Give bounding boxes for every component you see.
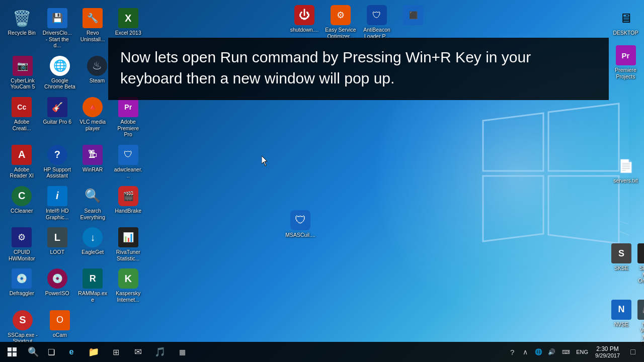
desktop-icon-desktop-shortcut[interactable]: 🖥 DESKTOP [609, 5, 642, 40]
desktop-icon-antibeacon[interactable]: 🛡 AntiBeacon Loader P... [359, 3, 394, 41]
desktop-icon-premiere-projects[interactable]: Pr Premiere Projects [609, 42, 642, 81]
taskbar-search-button[interactable]: 🔍 [24, 342, 42, 362]
app-icon: ▦ [179, 348, 186, 356]
label-intel-hd: Intel® HD Graphic... [43, 208, 72, 220]
label-adobe-creati: Adobe Creati... [7, 119, 37, 131]
desktop: Now lets open Run command by Pressing Wi… [0, 0, 644, 362]
notification-center-button[interactable]: □ [625, 342, 641, 362]
desktop-icon-skse[interactable]: S SKSE [609, 240, 633, 292]
taskbar-app-unknown[interactable]: ▦ [171, 342, 193, 362]
desktop-icon-kaspersky[interactable]: K Kaspersky Internet... [112, 265, 145, 305]
desktop-icon-chrome-beta[interactable]: 🌐 Google Chrome Beta [42, 53, 77, 92]
tray-help[interactable]: ? [506, 342, 519, 362]
desktop-icon-driverscloud[interactable]: 💾 DriversClo... - Start the d... [41, 5, 74, 51]
help-icon: ? [510, 348, 514, 356]
desktop-icon-adwcleaner[interactable]: 🛡 adwcleaner... [112, 142, 145, 181]
desktop-icon-vlc[interactable]: 🔺 VLC media player [76, 94, 110, 140]
desktop-icon-intel-hd[interactable]: i Intel® HD Graphic... [41, 183, 74, 222]
desktop-icon-guitar-pro[interactable]: 🎸 Guitar Pro 6 [41, 94, 74, 140]
desktop-icon-cpuid[interactable]: ⚙ CPUID HWMonitor [5, 224, 39, 263]
label-rivatuner: RivaTuner Statistic... [114, 249, 143, 261]
desktop-icon-handbrake[interactable]: 🎬 HandBrake [112, 183, 145, 222]
task-view-button[interactable]: ❏ [42, 342, 60, 362]
network-icon: 🌐 [535, 348, 542, 355]
taskbar-app-explorer[interactable]: 📁 [83, 342, 105, 362]
icon-row-5: ⚙ CPUID HWMonitor L LOOT ↓ EagleGet 📊 Ri… [4, 223, 146, 264]
top-icons-area: ⏻ shutdown.... ⚙ Easy Service Optimizer.… [287, 0, 543, 38]
desktop-icon-recycle-bin[interactable]: 🗑️ Recycle Bin [5, 5, 39, 51]
taskbar-app-mail[interactable]: ✉ [127, 342, 149, 362]
icon-row-3: A Adobe Reader XI ? HP Support Assistant… [4, 141, 146, 182]
label-kaspersky: Kaspersky Internet... [114, 290, 143, 303]
overlay-banner: Now lets open Run command by Pressing Wi… [108, 38, 609, 100]
desktop-icon-unknown-top[interactable]: ⬛ [395, 3, 431, 36]
overlay-text: Now lets open Run command by Pressing Wi… [120, 49, 531, 86]
chevron-icon: ∧ [523, 348, 528, 356]
label-handbrake: HandBrake [115, 208, 141, 214]
desktop-icon-winrar[interactable]: 🗜 WinRAR [76, 142, 110, 181]
desktop-icon-adobe-creati[interactable]: Cc Adobe Creati... [5, 94, 39, 140]
clock-date: 9/29/2017 [595, 352, 620, 358]
tray-network[interactable]: 🌐 [532, 342, 545, 362]
desktop-icon-search-everything[interactable]: 🔍 Search Everything [76, 183, 110, 222]
notification-icon: □ [630, 347, 635, 356]
taskbar-app-media[interactable]: 🎵 [149, 342, 171, 362]
desktop-icon-defraggler[interactable]: 💿 Defraggler [5, 265, 39, 305]
label-eagleget: EagleGet [82, 249, 104, 255]
volume-icon: 🔊 [548, 348, 555, 355]
svg-rect-6 [8, 347, 12, 351]
label-loot: LOOT [50, 249, 64, 255]
right-icons-area: 🖥 DESKTOP Pr Premiere Projects 📄 servers… [606, 0, 644, 349]
desktop-icon-poweriso[interactable]: 💿 PowerISO [41, 265, 74, 305]
desktop-icon-sscap[interactable]: S SSCap.exe - Shortcut [5, 307, 40, 346]
taskbar-clock[interactable]: 2:30 PM 9/29/2017 [590, 342, 625, 362]
icon-label-shutdown: shutdown.... [290, 27, 319, 33]
desktop-icon-easy-service[interactable]: ⚙ Easy Service Optimizer... [323, 3, 358, 41]
label-excel: Excel 2013 [115, 30, 141, 36]
desktop-icon-revo[interactable]: 🔧 Revo Uninstall... [76, 5, 110, 51]
desktop-icon-eagleget[interactable]: ↓ EagleGet [76, 224, 110, 263]
label-defraggler: Defraggler [10, 290, 34, 297]
label-adobe-reader: Adobe Reader XI [7, 166, 37, 179]
edge-icon: e [69, 347, 74, 356]
label-search-everything: Search Everything [78, 208, 108, 220]
desktop-icon-msascuil[interactable]: 🛡 MSASCuil.... [283, 207, 318, 242]
label-ccleaner: CCleaner [11, 208, 33, 214]
svg-rect-9 [13, 352, 17, 356]
desktop-icon-nvse[interactable]: N NVSE [609, 297, 633, 348]
label-winrar: WinRAR [83, 166, 103, 173]
taskbar: 🔍 ❏ e 📁 ⊞ ✉ 🎵 ▦ [0, 342, 644, 362]
desktop-icon-new-vegas-mod[interactable]: 🎮 New Vegas Mod Org... [635, 297, 644, 348]
desktop-icon-adobe-pr[interactable]: Pr Adobe Premiere Pro [112, 94, 145, 140]
icon-row-6: 💿 Defraggler 💿 PowerISO R RAMMap.exe K K… [4, 264, 146, 306]
taskbar-app-edge[interactable]: e [60, 342, 83, 362]
tray-keyboard[interactable]: ⌨ [558, 342, 574, 362]
tray-lang[interactable]: ENG [574, 342, 590, 362]
svg-marker-5 [262, 156, 267, 166]
desktop-icon-shutdown[interactable]: ⏻ shutdown.... [287, 3, 322, 36]
desktop-icon-cyberlink[interactable]: 📷 CyberLink YouCam 5 [5, 53, 40, 92]
keyboard-icon: ⌨ [562, 349, 570, 355]
start-icon [8, 347, 17, 356]
desktop-icon-hp-support[interactable]: ? HP Support Assistant [41, 142, 74, 181]
desktop-icon-ocam[interactable]: O oCam [42, 307, 77, 346]
start-button[interactable] [0, 342, 24, 362]
label-chrome-beta: Google Chrome Beta [44, 77, 75, 90]
mail-icon: ✉ [134, 346, 142, 357]
right-bottom-icons-2: N NVSE 🎮 New Vegas Mod Org... [608, 296, 642, 349]
label-vlc: VLC media player [78, 119, 108, 131]
desktop-icon-rammap[interactable]: R RAMMap.exe [76, 265, 110, 305]
desktop-icon-adobe-reader[interactable]: A Adobe Reader XI [5, 142, 39, 181]
label-driverscloud: DriversClo... - Start the d... [43, 30, 72, 49]
desktop-icon-servers-txt[interactable]: 📄 servers.txt [609, 153, 642, 188]
tray-volume[interactable]: 🔊 [545, 342, 558, 362]
label-skse: SKSE [614, 265, 628, 272]
desktop-icon-rivatuner[interactable]: 📊 RivaTuner Statistic... [112, 224, 145, 263]
tray-chevron[interactable]: ∧ [519, 342, 532, 362]
desktop-icon-skyrim-mod[interactable]: ⚔ Skyrim Mod Organizer [635, 240, 644, 292]
label-ocam: oCam [53, 332, 67, 338]
desktop-icon-ccleaner[interactable]: C CCleaner [5, 183, 39, 222]
label-premiere-projects: Premiere Projects [611, 67, 640, 79]
taskbar-app-store[interactable]: ⊞ [105, 342, 127, 362]
desktop-icon-loot[interactable]: L LOOT [41, 224, 74, 263]
